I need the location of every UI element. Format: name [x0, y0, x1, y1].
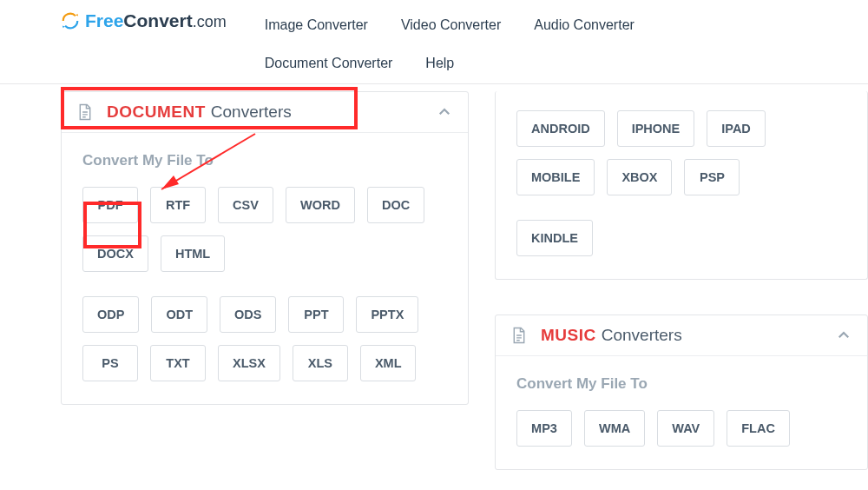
chip-odp[interactable]: ODP [82, 296, 139, 333]
chip-txt[interactable]: TXT [150, 345, 206, 381]
chip-xlsx[interactable]: XLSX [218, 345, 280, 381]
document-title-rest: Converters [211, 103, 292, 122]
chip-xls[interactable]: XLS [293, 345, 348, 381]
chip-xml[interactable]: XML [360, 345, 417, 381]
chip-doc[interactable]: DOC [367, 187, 424, 223]
nav-document-converter[interactable]: Document Converter [265, 54, 393, 73]
chip-mobile[interactable]: MOBILE [516, 159, 595, 195]
logo-text-convert: Convert [123, 10, 192, 30]
chip-pptx[interactable]: PPTX [356, 296, 418, 333]
device-converters-card: ANDROID IPHONE IPAD MOBILE XBOX PSP KIND… [495, 91, 868, 280]
document-icon [77, 103, 93, 121]
chip-odt[interactable]: ODT [151, 296, 207, 333]
document-converters-card: DOCUMENT Converters Convert My File To P… [61, 91, 469, 405]
chip-kindle[interactable]: KINDLE [516, 220, 593, 256]
logo-text-dotcom: .com [193, 13, 227, 30]
main-content: DOCUMENT Converters Convert My File To P… [0, 84, 868, 470]
music-chip-list: MP3 WMA WAV FLAC [496, 410, 867, 469]
music-subhead: Convert My File To [496, 356, 867, 410]
nav-image-converter[interactable]: Image Converter [265, 16, 368, 35]
site-header: FreeConvert.com Image Converter Video Co… [0, 0, 868, 84]
chip-ps[interactable]: PS [82, 345, 138, 381]
music-title-strong: MUSIC [541, 326, 596, 345]
chip-psp[interactable]: PSP [684, 159, 740, 195]
chip-docx[interactable]: DOCX [82, 235, 148, 272]
music-card-header[interactable]: MUSIC Converters [496, 315, 867, 356]
chip-wma[interactable]: WMA [584, 410, 645, 447]
document-title-strong: DOCUMENT [107, 103, 206, 122]
document-icon [511, 327, 527, 344]
logo-text-free: Free [85, 10, 123, 30]
chip-flac[interactable]: FLAC [727, 410, 790, 447]
music-title-rest: Converters [602, 326, 682, 345]
document-chip-list: PDF RTF CSV WORD DOC DOCX HTML ODP ODT O… [62, 187, 468, 404]
nav-help[interactable]: Help [425, 54, 454, 73]
chip-html[interactable]: HTML [161, 235, 225, 272]
device-chip-list: ANDROID IPHONE IPAD MOBILE XBOX PSP KIND… [496, 91, 867, 279]
nav-video-converter[interactable]: Video Converter [401, 16, 501, 35]
chip-rtf[interactable]: RTF [150, 187, 206, 223]
document-subhead: Convert My File To [62, 133, 468, 187]
site-logo[interactable]: FreeConvert.com [61, 10, 227, 31]
chip-mp3[interactable]: MP3 [516, 410, 572, 447]
chip-wav[interactable]: WAV [657, 410, 714, 447]
chip-csv[interactable]: CSV [218, 187, 273, 223]
music-converters-card: MUSIC Converters Convert My File To MP3 … [495, 315, 868, 470]
chevron-up-icon[interactable] [437, 104, 452, 120]
chip-ods[interactable]: ODS [220, 296, 276, 333]
chevron-up-icon[interactable] [836, 328, 852, 343]
chip-iphone[interactable]: IPHONE [617, 110, 695, 147]
chip-ppt[interactable]: PPT [288, 296, 344, 333]
chip-ipad[interactable]: IPAD [707, 110, 766, 147]
main-nav: Image Converter Video Converter Audio Co… [265, 12, 751, 92]
chip-word[interactable]: WORD [286, 187, 355, 223]
document-card-header[interactable]: DOCUMENT Converters [62, 92, 468, 133]
chip-pdf[interactable]: PDF [82, 187, 138, 223]
chip-android[interactable]: ANDROID [516, 110, 605, 147]
nav-audio-converter[interactable]: Audio Converter [534, 16, 635, 35]
chip-xbox[interactable]: XBOX [607, 159, 672, 195]
refresh-icon [61, 11, 80, 30]
